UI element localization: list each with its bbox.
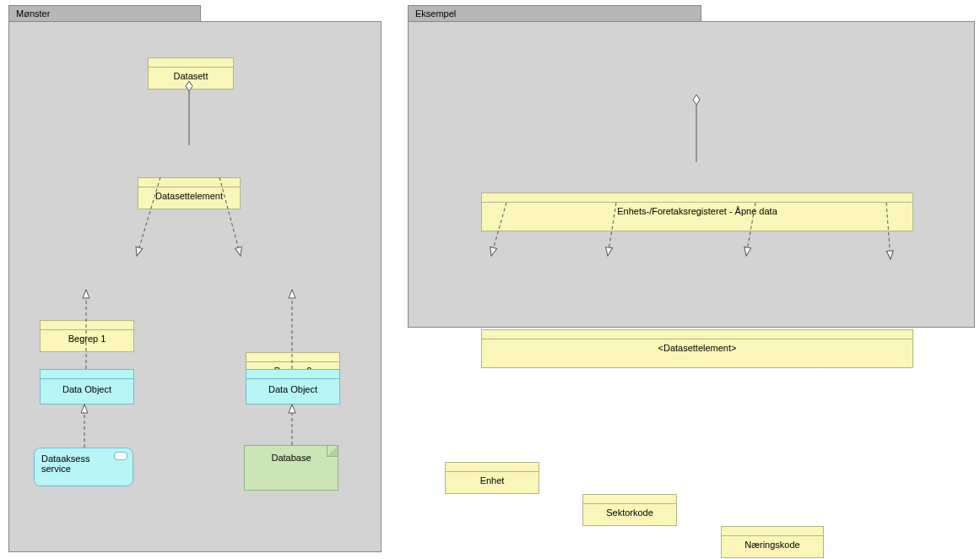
note-header: [41, 321, 133, 330]
note-register: Enhets-/Foretaksregisteret - Åpne data: [481, 193, 913, 231]
note-begrep1: Begrep 1: [40, 320, 134, 352]
note-header: [446, 463, 539, 472]
data-obj-header: [246, 370, 339, 379]
service-label: Dataaksess service: [41, 453, 100, 474]
data-obj-header: [41, 370, 133, 379]
note-header: [149, 58, 233, 68]
note-datasettelement-label: Datasettelement: [138, 187, 240, 204]
note-header: [583, 495, 676, 504]
group-example: Eksempel: [408, 21, 975, 328]
note-sektorkode-label: Sektorkode: [583, 504, 676, 521]
note-begrep1-label: Begrep 1: [41, 330, 133, 347]
note-datasett-label: Datasett: [149, 68, 233, 84]
artifact-label: Database: [271, 453, 311, 463]
group-example-title: Eksempel: [408, 5, 701, 21]
note-ex-datasettelement-label: <Datasettelement>: [482, 339, 912, 356]
note-header: [722, 527, 823, 536]
service-icon: [114, 452, 127, 460]
note-header: [138, 178, 240, 187]
note-naeringskode: Næringskode: [721, 526, 824, 558]
note-header: [246, 353, 339, 362]
data-object-1: Data Object: [40, 369, 134, 404]
data-object-2-label: Data Object: [246, 379, 339, 399]
note-sektorkode: Sektorkode: [582, 494, 677, 526]
data-object-2: Data Object: [246, 369, 340, 404]
note-enhet: Enhet: [445, 462, 539, 494]
note-enhet-label: Enhet: [446, 472, 539, 489]
note-ex-datasettelement: <Datasettelement>: [481, 329, 913, 368]
note-header: [482, 193, 912, 203]
note-register-label: Enhets-/Foretaksregisteret - Åpne data: [482, 203, 912, 220]
note-header: [482, 330, 912, 339]
note-datasettelement: Datasettelement: [138, 177, 241, 209]
data-object-1-label: Data Object: [41, 379, 133, 399]
group-pattern-title: Mønster: [8, 5, 201, 21]
service-dataaksess: Dataaksess service: [34, 448, 133, 486]
note-naeringskode-label: Næringskode: [722, 536, 823, 553]
note-datasett: Datasett: [148, 57, 234, 90]
artifact-corner-icon: [327, 446, 338, 457]
artifact-database: Database: [244, 445, 338, 491]
